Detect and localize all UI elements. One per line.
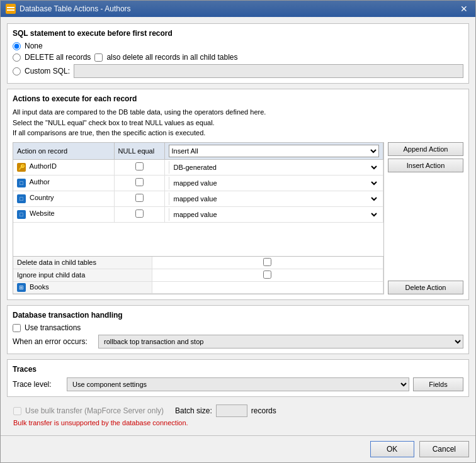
ignore-child-label: Ignore input child data (17, 271, 85, 279)
content-area: SQL statement to execute before first re… (1, 17, 475, 435)
delete-child-label: also delete all records in all child tab… (106, 53, 237, 62)
insert-all-select[interactable]: Insert All Update Delete Insert or Updat… (169, 145, 380, 157)
child-check-cell (152, 257, 383, 269)
delete-all-radio-row: DELETE all records also delete all recor… (13, 53, 463, 62)
cancel-button[interactable]: Cancel (419, 441, 469, 457)
child-table-area: Delete data in child tables Ignore input… (13, 256, 383, 294)
custom-sql-radio[interactable] (13, 67, 21, 75)
null-check-cell (114, 175, 164, 191)
bulk-transfer-label: Use bulk transfer (MapForce Server only) (25, 406, 164, 415)
bulk-warning: Bulk transfer is unsupported by the data… (13, 419, 463, 427)
bulk-row: Use bulk transfer (MapForce Server only)… (13, 404, 463, 417)
close-button[interactable]: ✕ (458, 4, 470, 13)
traces-section: Traces Trace level: Use component settin… (7, 359, 469, 397)
col-header-null: NULL equal (114, 143, 164, 160)
row-action-cell: □ Website (13, 206, 114, 222)
table-row: □ Website mapped value (13, 206, 383, 222)
field-name: AuthorID (29, 162, 56, 170)
value-select[interactable]: mapped value DB-generated fixed value NU… (169, 192, 380, 205)
child-check-cell (152, 281, 383, 293)
row-action-cell: AuthorID (13, 159, 114, 175)
field-icon: □ (17, 194, 26, 203)
sql-section: SQL statement to execute before first re… (7, 23, 469, 84)
table-row: □ Country mapped value (13, 191, 383, 206)
null-checkbox[interactable] (135, 178, 144, 186)
error-select[interactable]: rollback top transaction and stop stop c… (98, 335, 463, 349)
child-label-cell: Delete data in child tables (13, 257, 152, 269)
fields-button[interactable]: Fields (413, 377, 463, 391)
trace-level-label: Trace level: (13, 380, 63, 389)
transaction-title: Database transaction handling (13, 311, 463, 320)
custom-sql-label: Custom SQL: (25, 67, 70, 75)
action-table: Action on record NULL equal Insert A (13, 143, 383, 223)
main-window: Database Table Actions - Authors ✕ SQL s… (0, 0, 476, 463)
delete-child-data-checkbox[interactable] (263, 258, 271, 266)
svg-rect-2 (7, 9, 14, 11)
bulk-transfer-checkbox[interactable] (13, 407, 21, 415)
insert-action-button[interactable]: Insert Action (388, 159, 463, 172)
error-label: When an error occurs: (13, 337, 94, 346)
actions-main: Action on record NULL equal Insert A (13, 142, 463, 295)
custom-sql-radio-row: Custom SQL: (13, 64, 463, 78)
none-radio[interactable] (13, 42, 21, 50)
table-row: AuthorID DB-generated mapped value (13, 159, 383, 175)
traces-title: Traces (13, 365, 463, 374)
row-action-cell: □ Author (13, 175, 114, 191)
desc-line1: All input data are compared to the DB ta… (13, 107, 463, 118)
row-action-cell: □ Country (13, 191, 114, 206)
field-name: Country (30, 194, 54, 201)
none-radio-row: None (13, 42, 463, 50)
table-icon: ⊞ (17, 283, 26, 292)
value-select[interactable]: mapped value DB-generated fixed value NU… (169, 177, 380, 189)
actions-desc: All input data are compared to the DB ta… (13, 107, 463, 138)
ignore-child-checkbox[interactable] (263, 271, 271, 279)
child-table-row: Delete data in child tables (13, 257, 383, 269)
ok-button[interactable]: OK (370, 441, 414, 457)
delete-child-checkbox[interactable] (94, 53, 103, 62)
null-checkbox[interactable] (135, 209, 144, 218)
trace-select[interactable]: Use component settings None Basic Verbos… (67, 377, 409, 391)
append-action-button[interactable]: Append Action (388, 142, 463, 156)
actions-section: Actions to execute for each record All i… (7, 89, 469, 300)
batch-size-input[interactable]: 1000 (216, 404, 247, 417)
use-transactions-label: Use transactions (25, 323, 81, 332)
bottom-bar: OK Cancel (1, 435, 475, 462)
actions-section-title: Actions to execute for each record (13, 94, 463, 103)
delete-all-label: DELETE all records (25, 53, 91, 62)
delete-action-button[interactable]: Delete Action (388, 281, 463, 294)
main-table-scroll[interactable]: Action on record NULL equal Insert A (13, 143, 383, 256)
svg-rect-1 (7, 7, 14, 8)
child-table-row: Ignore input child data (13, 269, 383, 281)
sql-radio-group: None DELETE all records also delete all … (13, 42, 463, 78)
use-transactions-checkbox[interactable] (13, 324, 21, 332)
actions-table-container: Action on record NULL equal Insert A (13, 142, 384, 295)
desc-line2: Select the "NULL equal" check box to tre… (13, 118, 463, 128)
window-title: Database Table Actions - Authors (20, 4, 131, 13)
title-bar: Database Table Actions - Authors ✕ (1, 1, 475, 17)
title-bar-left: Database Table Actions - Authors (6, 4, 131, 14)
transaction-section: Database transaction handling Use transa… (7, 305, 469, 354)
value-select[interactable]: DB-generated mapped value fixed value NU… (169, 161, 380, 174)
custom-sql-input[interactable] (74, 64, 463, 78)
child-table: Delete data in child tables Ignore input… (13, 257, 383, 294)
null-checkbox[interactable] (135, 162, 144, 170)
value-select[interactable]: mapped value DB-generated fixed value NU… (169, 208, 380, 221)
trace-level-row: Trace level: Use component settings None… (13, 377, 463, 391)
bulk-section: Use bulk transfer (MapForce Server only)… (7, 402, 469, 429)
null-checkbox[interactable] (135, 194, 144, 202)
action-table-body: AuthorID DB-generated mapped value (13, 159, 383, 222)
child-table-row: ⊞ Books (13, 281, 383, 293)
key-icon (17, 163, 26, 172)
field-name: Author (29, 178, 49, 186)
batch-size-label: Batch size: (175, 406, 212, 415)
child-label-cell: ⊞ Books (13, 281, 152, 293)
actions-buttons: Append Action Insert Action Delete Actio… (388, 142, 463, 295)
value-cell: DB-generated mapped value fixed value NU… (164, 159, 383, 175)
none-label: None (25, 42, 43, 50)
records-label: records (251, 406, 276, 415)
child-label-cell: Ignore input child data (13, 269, 152, 281)
delete-all-radio[interactable] (13, 53, 21, 62)
error-row: When an error occurs: rollback top trans… (13, 335, 463, 349)
app-icon (6, 4, 16, 14)
field-name: Website (30, 209, 55, 217)
